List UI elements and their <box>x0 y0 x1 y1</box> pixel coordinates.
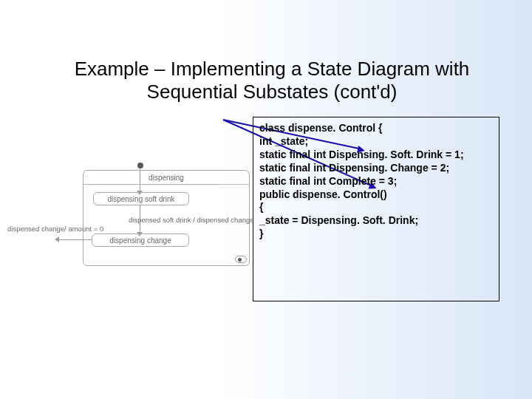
final-state-icon <box>235 256 247 263</box>
exit-line <box>59 239 92 240</box>
slide-title: Example – Implementing a State Diagram w… <box>41 58 502 103</box>
entry-line <box>140 168 140 192</box>
arrow-left-icon <box>55 236 59 242</box>
code-line: static final int Dispensing. Change = 2; <box>259 162 493 175</box>
code-line: static final int Dispensing. Soft. Drink… <box>259 149 493 162</box>
composite-state-label: dispensing <box>83 174 249 182</box>
code-line: { <box>259 201 493 214</box>
substate-soft-drink: dispensing soft drink <box>93 192 189 205</box>
code-line: _state = Dispensing. Soft. Drink; <box>259 214 493 228</box>
code-box: class dispense. Control { int _state; st… <box>253 117 499 301</box>
state-diagram: dispensing dispensing soft drink dispens… <box>18 166 254 284</box>
content-area: dispensing dispensing soft drink dispens… <box>0 117 532 399</box>
code-line: class dispense. Control { <box>259 122 493 135</box>
substate-change: dispensing change <box>92 233 189 247</box>
code-line: public dispense. Control() <box>259 188 493 202</box>
initial-pseudostate <box>137 163 143 168</box>
composite-state-divider <box>83 184 249 185</box>
exit-transition-label: dispensed change/ amount = 0 <box>7 225 103 233</box>
code-line: int _state; <box>259 135 493 149</box>
code-line: } <box>259 228 493 241</box>
code-line: static final int Complete = 3; <box>259 175 493 188</box>
mid-transition-label: dispensed soft drink / dispensed change <box>129 216 254 224</box>
